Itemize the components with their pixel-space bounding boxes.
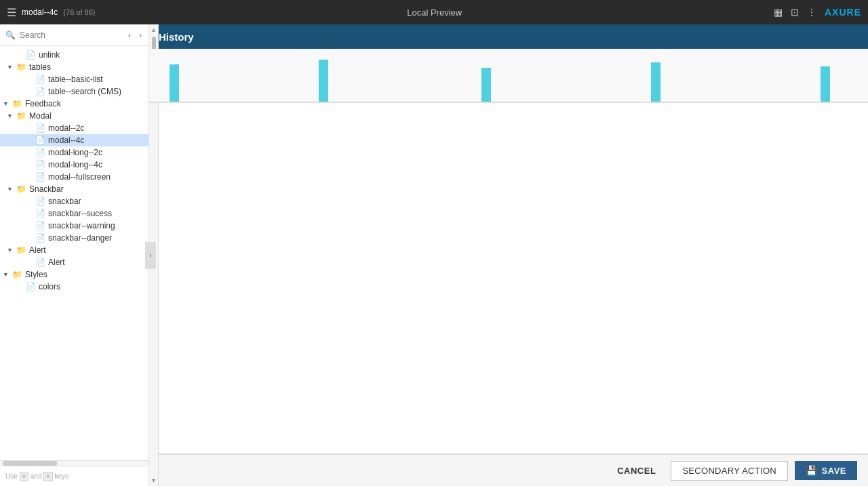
sidebar-nav-forward[interactable]: › [136,29,144,41]
tree-item-label: Styles [25,270,47,279]
tree-item[interactable]: ▼📁Snackbar [0,183,149,195]
page-icon: 📄 [35,172,46,182]
tree-item[interactable]: 📄modal-long--2c [0,146,149,159]
tree-item-label: table--search (CMS) [48,87,121,96]
search-input[interactable] [20,31,121,40]
preview-canvas: History [149,24,868,453]
page-icon: 📄 [35,148,46,157]
tree-item[interactable]: 📄modal-long--4c [0,159,149,171]
page-icon: 📄 [35,233,46,243]
tree-item[interactable]: 📄snackbar [0,195,149,207]
tree-item[interactable]: ▼📁Feedback [0,98,149,110]
sidebar-nav-back[interactable]: ‹ [125,29,134,41]
page-icon: 📄 [35,197,46,206]
tree-toggle-icon[interactable]: ▼ [3,100,12,107]
tree-item[interactable]: ▼📁Modal [0,110,149,122]
topbar-right: ▦ ⊡ ⋮ AXURE [774,7,861,18]
tree-item-label: Alert [29,245,46,255]
tree-item-label: colors [39,282,60,291]
tree-item-label: snackbar [48,197,81,206]
history-title: History [159,31,194,43]
tree-item[interactable]: 📄unlink [0,49,149,61]
page-icon: 📄 [35,87,46,96]
search-icon: 🔍 [5,31,16,40]
tree-item[interactable]: ▼📁Alert [0,244,149,256]
sidebar-nav-icons: ‹ › [125,29,144,41]
tree-item-label: modal-long--2c [48,148,102,157]
tree-toggle-icon[interactable]: ▼ [3,271,12,278]
tree-item[interactable]: 📄modal--2c [0,122,149,134]
scroll-up-icon[interactable]: ▲ [149,24,159,35]
sidebar: 🔍 ‹ › 📄unlink▼📁tables📄table--basic-list📄… [0,24,149,486]
tree-item[interactable]: ▼📁Styles [0,268,149,281]
tree-item-label: modal--4c [48,136,84,145]
cancel-button[interactable]: CANCEL [609,462,664,480]
sidebar-wrapper: 🔍 ‹ › 📄unlink▼📁tables📄table--basic-list📄… [0,24,149,486]
page-icon: 📄 [35,209,46,218]
tree-item[interactable]: 📄snackbar--sucess [0,207,149,220]
tree-toggle-icon[interactable]: ▼ [7,186,16,193]
topbar-page-count: (76 of 86) [63,8,95,16]
tree-item[interactable]: 📄table--search (CMS) [0,85,149,98]
tree-item-label: snackbar--danger [48,233,112,243]
tree-toggle-icon[interactable]: ▼ [7,247,16,254]
folder-icon: 📁 [16,184,27,194]
tree-item[interactable]: 📄Alert [0,256,149,268]
preview-area: History CANCEL SECONDARY ACTION 💾 SAVE [149,24,868,486]
folder-icon: 📁 [12,270,23,279]
tree-item-label: snackbar--warning [48,221,115,230]
tree-item-label: Snackbar [29,184,64,194]
page-icon: 📄 [35,221,46,230]
save-button[interactable]: 💾 SAVE [795,461,857,480]
menu-icon[interactable]: ☰ [7,6,16,19]
history-bar: History [149,24,868,49]
axure-logo: AXURE [825,7,861,18]
chart-area [149,49,868,103]
sidebar-scroll-thumb-x[interactable] [3,461,57,466]
tree-item[interactable]: 📄snackbar--danger [0,232,149,244]
tree-item-label: Alert [48,258,65,267]
save-label: SAVE [822,466,846,476]
tree-toggle-icon[interactable]: ▼ [7,113,16,119]
chart-column [319,60,328,102]
scroll-down-icon[interactable]: ▼ [149,475,159,486]
tree-item[interactable]: 📄snackbar--warning [0,220,149,232]
folder-icon: 📁 [12,99,23,108]
tree-item[interactable]: ▼📁tables [0,61,149,73]
secondary-action-button[interactable]: SECONDARY ACTION [671,461,788,481]
tree-item-label: modal--fullscreen [48,172,111,182]
topbar: ☰ modal--4c (76 of 86) Local Preview ▦ ⊡… [0,0,868,24]
chart-column [651,62,660,102]
tree-toggle-icon[interactable]: ▼ [7,64,16,70]
chart-column [481,68,491,102]
tree-item-label: snackbar--sucess [48,209,112,218]
page-icon: 📄 [35,258,46,267]
sidebar-search-bar: 🔍 ‹ › [0,24,149,46]
preview-icon[interactable]: ⊡ [791,7,799,18]
folder-icon: 📁 [16,111,27,121]
action-bar: CANCEL SECONDARY ACTION 💾 SAVE [149,453,868,486]
save-icon: 💾 [806,465,818,476]
content-area [149,103,868,453]
tree-item-label: table--basic-list [48,75,103,84]
page-icon: 📄 [35,75,46,84]
tree-item[interactable]: 📄modal--4c [0,134,149,146]
more-icon[interactable]: ⋮ [807,7,816,18]
sidebar-tree: 📄unlink▼📁tables📄table--basic-list📄table-… [0,46,149,460]
tree-item[interactable]: 📄modal--fullscreen [0,171,149,183]
document-icon[interactable]: ▦ [774,7,783,18]
chart-column [170,64,179,102]
tree-item-label: modal-long--4c [48,160,102,169]
main-layout: 🔍 ‹ › 📄unlink▼📁tables📄table--basic-list📄… [0,24,868,486]
sidebar-expand-button[interactable]: › [145,242,156,269]
tree-item[interactable]: 📄colors [0,281,149,293]
tree-item-label: tables [29,62,51,72]
tree-item-label: Feedback [25,99,61,108]
tree-item-label: Modal [29,111,52,121]
page-icon: 📄 [26,282,37,291]
topbar-left: ☰ modal--4c (76 of 86) [7,6,95,19]
folder-icon: 📁 [16,62,27,72]
tree-item[interactable]: 📄table--basic-list [0,73,149,85]
sidebar-scrollbar-x[interactable] [0,460,149,466]
topbar-center-title: Local Preview [407,7,462,18]
